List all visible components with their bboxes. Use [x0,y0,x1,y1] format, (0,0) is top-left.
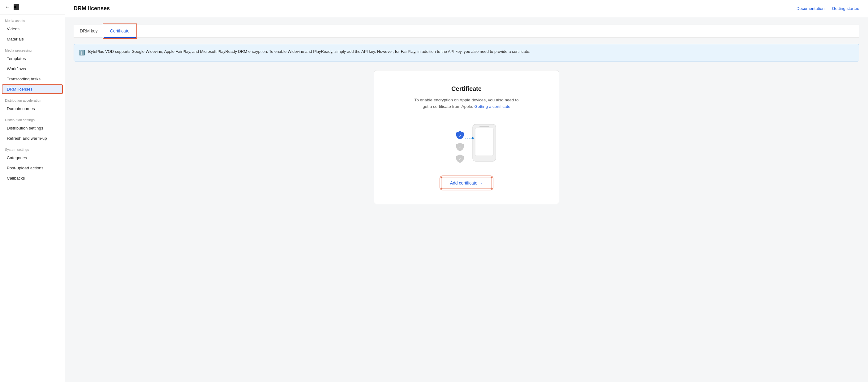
info-icon: ℹ️ [79,49,85,57]
section-distribution-settings: Distribution settings [0,114,65,123]
section-media-processing: Media processing [0,44,65,54]
svg-text:✓: ✓ [459,157,462,161]
sidebar-item-categories[interactable]: Categories [2,153,63,163]
sidebar-item-drm-licenses[interactable]: DRM licenses [2,84,63,94]
sidebar-item-distribution-settings[interactable]: Distribution settings [2,123,63,133]
svg-rect-2 [479,126,489,127]
illustration-svg: ✓ ✓ ✓ [432,121,500,165]
add-certificate-button[interactable]: Add certificate → [441,177,493,189]
sidebar-item-transcoding-tasks[interactable]: Transcoding tasks [2,74,63,84]
sidebar-item-domain-names[interactable]: Domain names [2,104,63,113]
header-links: Documentation Getting started [797,6,859,11]
sidebar: ← ■ Media assets Videos Materials Media … [0,0,65,382]
section-system-settings: System settings [0,143,65,153]
svg-text:✓: ✓ [459,134,462,138]
back-button[interactable]: ← [5,4,10,10]
info-banner-text: BytePlus VOD supports Google Widevine, A… [88,48,530,55]
cert-desc-text1: To enable encryption on Apple devices, y… [414,98,519,102]
sidebar-item-materials[interactable]: Materials [2,34,63,44]
sidebar-top: ← ■ [0,0,65,14]
documentation-link[interactable]: Documentation [797,6,825,11]
main-content: DRM licenses Documentation Getting start… [65,0,868,382]
svg-rect-1 [475,128,493,156]
svg-text:✓: ✓ [459,146,462,149]
certificate-card: Certificate To enable encryption on Appl… [374,70,559,204]
tabs-bar: DRM key Certificate [73,25,859,38]
tab-certificate[interactable]: Certificate [104,25,136,38]
section-media-assets: Media assets [0,14,65,24]
cert-desc-text2: get a certificate from Apple. [423,104,474,109]
info-banner: ℹ️ BytePlus VOD supports Google Widevine… [73,44,859,62]
certificate-card-title: Certificate [451,85,482,93]
getting-a-certificate-link[interactable]: Getting a certificate [474,104,510,109]
section-distribution-acceleration: Distribution acceleration [0,94,65,104]
page-title: DRM licenses [73,5,110,12]
sidebar-item-workflows[interactable]: Workflows [2,64,63,74]
card-container: Certificate To enable encryption on Appl… [73,70,859,204]
sidebar-item-callbacks[interactable]: Callbacks [2,173,63,183]
certificate-illustration: ✓ ✓ ✓ [432,121,500,165]
tab-drm-key[interactable]: DRM key [73,25,104,38]
sidebar-item-refresh-warmup[interactable]: Refresh and warm-up [2,134,63,143]
certificate-card-description: To enable encryption on Apple devices, y… [414,97,519,110]
sidebar-item-videos[interactable]: Videos [2,24,63,34]
sidebar-item-post-upload-actions[interactable]: Post-upload actions [2,163,63,173]
page-header: DRM licenses Documentation Getting start… [65,0,868,17]
content-area: DRM key Certificate ℹ️ BytePlus VOD supp… [65,17,868,382]
sidebar-item-templates[interactable]: Templates [2,54,63,63]
getting-started-link[interactable]: Getting started [832,6,859,11]
sidebar-logo: ■ [13,4,19,10]
